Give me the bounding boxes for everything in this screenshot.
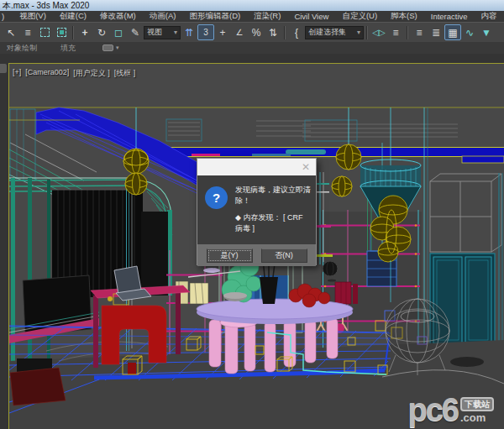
chevron-down-icon[interactable]: ▾ [116,44,119,51]
dialog-message-block: 发现病毒，建议立即清除！ ◆ 内存发现： [ CRF 病毒 ] [235,185,311,244]
close-icon[interactable]: ✕ [296,159,316,175]
ribbon-toggle-icon[interactable]: ▦ [444,24,461,40]
dialog-detail: ◆ 内存发现： [ CRF 病毒 ] [235,212,311,234]
angle-snap-icon[interactable]: ∠ [231,24,248,40]
window-titlebar: 本.max - 3ds Max 2020 [0,0,504,11]
no-button[interactable]: 否(N) [261,249,307,263]
watermark-side: 下载站 .com [460,397,494,424]
dialog-body: ? 发现病毒，建议立即清除！ ◆ 内存发现： [ CRF 病毒 ] [197,175,316,244]
menu-item-customize[interactable]: 自定义(U) [335,11,384,22]
toolbar-divider [72,26,74,39]
crossing-selection-icon[interactable] [53,24,70,40]
menu-item-cutoff[interactable]: ) [0,12,13,21]
dashed-rect-fill-glyph [57,28,66,37]
curve-editor-icon[interactable]: ∿ [461,24,478,40]
viewport-label: [+] [Camera002] [用户定义 ] [线框 ] [13,68,135,79]
menu-item-graph-editors[interactable]: 图形编辑器(D) [182,11,247,22]
watermark-tld: .com [460,411,494,424]
menu-item-rendering[interactable]: 渲染(R) [247,11,287,22]
schematic-view-icon[interactable]: ▼ [478,24,495,40]
select-by-name-icon[interactable]: ≡ [19,24,36,40]
ribbon-minimize-icon[interactable] [102,44,113,51]
viewport-pov-menu[interactable]: [Camera002] [25,68,69,79]
watermark-logo-text: pc6 [408,397,458,422]
spinner-snap-icon[interactable]: ⇅ [265,24,281,40]
menu-item-civil-view[interactable]: Civil View [287,12,335,21]
main-toolbar: ↖ ≡ + ↻ ◻ ✎ 视图 ▾ ⇈ 3 + ∠ % ⇅ { 创建选择集 ▾ ◁… [0,22,504,42]
viewport-nav-menu[interactable]: [+] [13,68,21,79]
named-selection-sets-select[interactable]: 创建选择集 ▾ [305,26,364,39]
toolbar-divider [366,26,368,39]
menu-item-animation[interactable]: 动画(A) [143,11,183,22]
window-title: 本.max - 3ds Max 2020 [3,1,89,10]
percent-snap-icon[interactable]: % [248,24,265,40]
align-icon[interactable]: ≡ [387,24,404,40]
scene-explorer-icon[interactable]: ≡ [411,24,428,40]
watermark-badge: 下载站 [460,397,494,411]
use-pivot-center-icon[interactable]: ⇈ [181,24,197,40]
menu-item-scripting[interactable]: 脚本(S) [384,11,424,22]
snaps-toggle-icon[interactable]: 3 [197,24,214,40]
viewport-lighting-menu[interactable]: [用户定义 ] [73,68,110,79]
edit-named-selection-sets-icon[interactable]: { [288,24,305,40]
toolbar-divider [284,26,286,39]
yes-button[interactable]: 是(Y) [207,249,253,263]
dialog-footer: 是(Y) 否(N) [197,244,316,266]
menu-bar: ) 视图(V) 创建(C) 修改器(M) 动画(A) 图形编辑器(D) 渲染(R… [0,11,504,22]
pc6-watermark: pc6 下载站 .com [408,397,494,424]
menu-item-views[interactable]: 视图(V) [13,11,53,22]
select-and-manipulate-icon[interactable]: + [214,24,231,40]
viewport-layout-handle[interactable] [0,64,7,73]
menu-item-modifiers[interactable]: 修改器(M) [93,11,143,22]
menu-item-interactive[interactable]: Interactive [424,12,475,21]
virus-warning-dialog: ✕ ? 发现病毒，建议立即清除！ ◆ 内存发现： [ CRF 病毒 ] 是(Y)… [197,158,317,265]
reference-coordinate-select[interactable]: 视图 ▾ [144,26,181,39]
viewport-shading-menu[interactable]: [线框 ] [114,68,136,79]
dialog-titlebar: ✕ [197,159,316,175]
menu-item-content[interactable]: 内容 [475,11,504,22]
question-mark-icon: ? [205,186,228,209]
mirror-icon[interactable]: ◁▷ [370,24,387,40]
chevron-down-icon: ▾ [171,29,177,36]
ribbon-tab-object-paint[interactable]: 对象绘制 [0,43,49,54]
select-and-move-icon[interactable]: + [76,24,93,40]
layer-explorer-icon[interactable]: ≣ [428,24,444,40]
select-and-place-icon[interactable]: ✎ [127,24,144,40]
rectangular-selection-icon[interactable] [36,24,53,40]
menu-item-create[interactable]: 创建(C) [53,11,93,22]
select-and-scale-icon[interactable]: ◻ [110,24,127,40]
3dsmax-window: 本.max - 3ds Max 2020 ) 视图(V) 创建(C) 修改器(M… [0,0,504,429]
ribbon-tab-populate[interactable]: 填充 [49,43,87,54]
dashed-rect-glyph [40,28,50,37]
toolbar-divider [407,26,408,39]
chevron-down-icon: ▾ [354,29,360,36]
ribbon-tab-row: 对象绘制 填充 ▾ [0,42,504,54]
dialog-message: 发现病毒，建议立即清除！ [235,185,311,207]
select-and-rotate-icon[interactable]: ↻ [93,24,110,40]
select-object-icon[interactable]: ↖ [3,24,19,40]
